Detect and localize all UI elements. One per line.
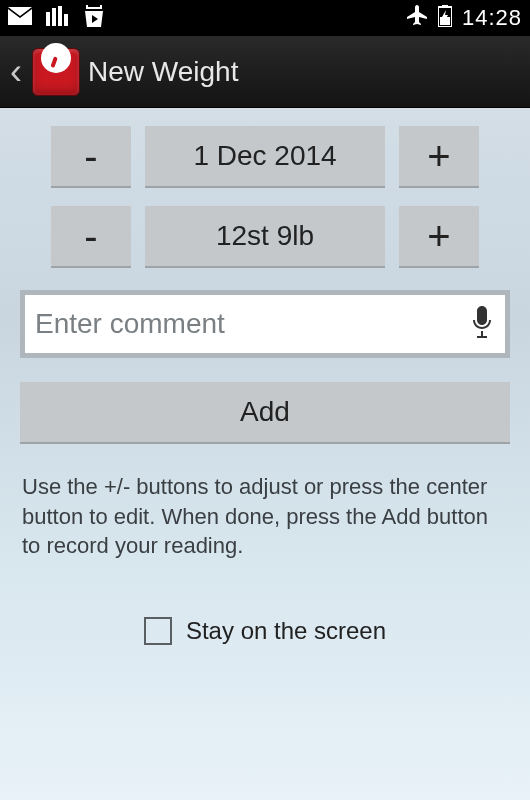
app-bar: ‹ New Weight: [0, 36, 530, 108]
app-icon[interactable]: [32, 48, 80, 96]
add-button[interactable]: Add: [20, 382, 510, 444]
svg-rect-5: [442, 5, 448, 7]
content: - 1 Dec 2014 + - 12st 9lb + Add Use the …: [0, 108, 530, 645]
airplane-icon: [406, 5, 428, 32]
bars-icon: [46, 6, 68, 31]
back-icon[interactable]: ‹: [8, 54, 24, 90]
status-time: 14:28: [462, 5, 522, 31]
stay-checkbox[interactable]: [144, 617, 172, 645]
mail-icon: [8, 7, 32, 30]
weight-minus-button[interactable]: -: [51, 206, 131, 268]
stay-on-screen-row: Stay on the screen: [20, 617, 510, 645]
svg-rect-1: [52, 8, 56, 26]
svg-rect-0: [46, 12, 50, 26]
date-stepper: - 1 Dec 2014 +: [20, 126, 510, 188]
svg-rect-3: [64, 14, 68, 26]
comment-field-wrap: [20, 290, 510, 358]
play-store-icon: [82, 5, 106, 32]
weight-value-button[interactable]: 12st 9lb: [145, 206, 385, 268]
battery-charging-icon: [438, 5, 452, 32]
mic-icon[interactable]: [469, 306, 495, 342]
svg-rect-2: [58, 6, 62, 26]
date-plus-button[interactable]: +: [399, 126, 479, 188]
weight-stepper: - 12st 9lb +: [20, 206, 510, 268]
date-value-button[interactable]: 1 Dec 2014: [145, 126, 385, 188]
status-bar: 14:28: [0, 0, 530, 36]
weight-plus-button[interactable]: +: [399, 206, 479, 268]
page-title: New Weight: [88, 56, 238, 88]
hint-text: Use the +/- buttons to adjust or press t…: [20, 472, 510, 561]
date-minus-button[interactable]: -: [51, 126, 131, 188]
comment-input[interactable]: [35, 308, 469, 340]
stay-checkbox-label: Stay on the screen: [186, 617, 386, 645]
